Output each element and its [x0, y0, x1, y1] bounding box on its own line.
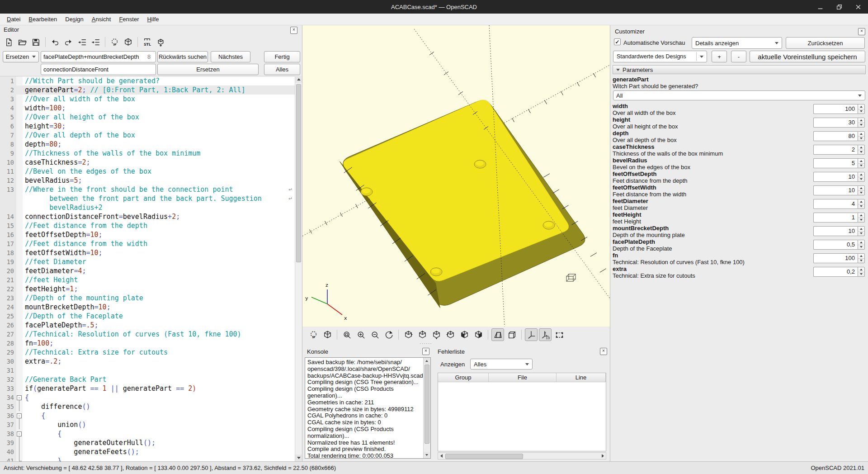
spinner-arrows[interactable]: [858, 199, 865, 209]
close-icon[interactable]: [854, 3, 862, 10]
menu-bearbeiten[interactable]: Bearbeiten: [24, 15, 61, 24]
param-value[interactable]: 4: [813, 199, 858, 209]
param-extra-spinbox[interactable]: 0,2: [813, 267, 865, 277]
code-line[interactable]: 21//feet Height: [0, 275, 295, 284]
spinner-arrows[interactable]: [858, 145, 865, 155]
scroll-left-icon[interactable]: [438, 453, 444, 459]
open-button[interactable]: [16, 36, 28, 48]
console-scrollbar-thumb[interactable]: [425, 365, 429, 444]
orthogonal-button[interactable]: [505, 328, 518, 341]
code-line[interactable]: 20feetDiameter=4;: [0, 266, 295, 275]
param-generatePart-dropdown[interactable]: All: [613, 90, 865, 100]
code-line[interactable]: 12bevelRadius=5;: [0, 176, 295, 185]
remove-preset-button[interactable]: -: [731, 51, 746, 62]
unindent-button[interactable]: [76, 36, 88, 48]
code-line[interactable]: 8depth=80;: [0, 140, 295, 149]
scroll-up-icon[interactable]: [424, 358, 430, 364]
code-line[interactable]: 25//Depth of the Faceplate: [0, 312, 295, 321]
param-facePlateDepth-spinbox[interactable]: 0,5: [813, 240, 865, 250]
search-input[interactable]: [41, 51, 156, 62]
code-line[interactable]: 30extra=.2;: [0, 357, 295, 366]
code-line[interactable]: 27//Technical: Resolution of curves (Fas…: [0, 330, 295, 339]
spinner-arrows[interactable]: [858, 267, 865, 277]
scroll-down-icon[interactable]: [424, 452, 430, 458]
code-line[interactable]: 31: [0, 366, 295, 375]
code-line[interactable]: 16feetOffsetDepth=10;: [0, 230, 295, 239]
code-line[interactable]: 23//Depth of the mounting plate: [0, 294, 295, 303]
minimize-icon[interactable]: [816, 3, 824, 10]
param-feetOffsetWidth-spinbox[interactable]: 10: [813, 185, 865, 195]
errorlist-close-icon[interactable]: ×: [600, 348, 607, 355]
replace-button[interactable]: Ersetzen: [157, 64, 259, 75]
code-line[interactable]: 4width=100;: [0, 104, 295, 113]
zoom-all-button[interactable]: [340, 328, 353, 341]
code-line[interactable]: 36- {: [0, 411, 295, 420]
code-line[interactable]: 38- {: [0, 429, 295, 438]
scroll-right-icon[interactable]: [599, 453, 606, 459]
code-line[interactable]: 7//Over all depth of the box: [0, 131, 295, 140]
save-preset-button[interactable]: aktuelle Voreinstellung speichern: [750, 51, 865, 62]
spinner-arrows[interactable]: [858, 104, 865, 114]
view-top-button[interactable]: [416, 328, 429, 341]
param-depth-spinbox[interactable]: 80: [813, 131, 865, 141]
code-line[interactable]: 24mountBrecketDepth=10;: [0, 303, 295, 312]
code-line[interactable]: between the front part and the back part…: [0, 194, 295, 203]
code-line[interactable]: 5//Over all height of the box: [0, 113, 295, 122]
search-backwards-button[interactable]: Rückwärts suchen: [157, 51, 208, 62]
spinner-arrows[interactable]: [858, 185, 865, 195]
code-line[interactable]: 18feetOffsetWidth=10;: [0, 248, 295, 257]
param-value[interactable]: 10: [813, 185, 858, 195]
spinner-arrows[interactable]: [858, 158, 865, 168]
auto-preview-checkbox[interactable]: ✓: [614, 38, 621, 45]
code-line[interactable]: 28fn=100;: [0, 339, 295, 348]
column-header-file[interactable]: File: [489, 373, 557, 382]
param-mountBrecketDepth-spinbox[interactable]: 10: [813, 226, 865, 236]
code-line[interactable]: 10caseThickness=2;: [0, 158, 295, 167]
menu-ansicht[interactable]: Ansicht: [88, 15, 115, 24]
detail-level-dropdown[interactable]: Details anzeigen: [692, 37, 782, 49]
code-line[interactable]: bevelRadius+2: [0, 203, 295, 212]
search-next-button[interactable]: Nächstes: [211, 51, 250, 62]
param-value[interactable]: 100: [813, 253, 858, 263]
code-line[interactable]: 39 generateOuterHull();: [0, 438, 295, 447]
fold-marker-icon[interactable]: -: [17, 431, 22, 436]
menu-datei[interactable]: Datei: [3, 15, 24, 24]
code-line[interactable]: 34-{: [0, 393, 295, 402]
spinner-arrows[interactable]: [858, 213, 865, 223]
view-bottom-button[interactable]: [430, 328, 443, 341]
replace-all-button[interactable]: Alles: [264, 64, 300, 75]
errorlist-filter-dropdown[interactable]: Alles: [470, 359, 533, 370]
render-button[interactable]: [122, 36, 134, 48]
console-output[interactable]: Saved backup file: /home/sebi/snap/opens…: [305, 357, 431, 459]
new-file-button[interactable]: [3, 36, 15, 48]
param-value[interactable]: 80: [813, 131, 858, 141]
param-value[interactable]: 30: [813, 118, 858, 128]
param-value[interactable]: 0,2: [813, 267, 858, 277]
console-close-icon[interactable]: ×: [422, 348, 429, 355]
code-area[interactable]: 1//Witch Part should be generated?2gener…: [0, 76, 295, 462]
param-value[interactable]: 1: [813, 213, 858, 223]
spinner-arrows[interactable]: [858, 253, 865, 263]
code-line[interactable]: 29//Technical: Extra size for cutouts: [0, 348, 295, 357]
redo-button[interactable]: [62, 36, 75, 48]
code-line[interactable]: 40 generateFeets();: [0, 447, 295, 456]
param-value[interactable]: 5: [813, 158, 858, 168]
add-preset-button[interactable]: +: [712, 51, 727, 62]
console-scrollbar[interactable]: [423, 358, 430, 458]
editor-close-icon[interactable]: ×: [290, 27, 297, 34]
param-fn-spinbox[interactable]: 100: [813, 253, 865, 263]
export-part-button[interactable]: [155, 36, 167, 48]
errorlist-hscrollbar[interactable]: [438, 452, 606, 460]
code-line[interactable]: 22feetHeight=1;: [0, 284, 295, 294]
preview-button[interactable]: »: [108, 36, 121, 48]
code-line[interactable]: 15//Feet distance from the depth: [0, 221, 295, 230]
code-line[interactable]: 32//Generate Back Part: [0, 375, 295, 384]
view-left-button[interactable]: [444, 328, 457, 341]
menu-design[interactable]: Design: [61, 15, 87, 24]
code-line[interactable]: 14connectionDistanceFront=bevelRadius+2;: [0, 212, 295, 221]
spinner-arrows[interactable]: [858, 226, 865, 236]
reset-view-button[interactable]: [382, 328, 395, 341]
select-area-button[interactable]: [553, 328, 566, 341]
editor-scrollbar-thumb[interactable]: [296, 84, 301, 262]
restore-icon[interactable]: [835, 3, 843, 10]
